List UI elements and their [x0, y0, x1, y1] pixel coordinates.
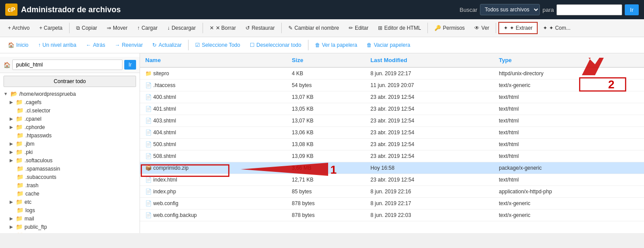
- tree-item[interactable]: ▼📂 /home/wordpressprueba: [0, 90, 140, 98]
- table-row[interactable]: 📄 401.shtml 13,05 KB 23 abr. 2019 12:54 …: [140, 103, 644, 115]
- delete-button[interactable]: ✕ ✕ Borrar: [205, 23, 241, 33]
- tree-item[interactable]: ▶📁 .pki: [0, 148, 140, 156]
- view-trash-button[interactable]: 🗑 Ver la papelera: [311, 40, 362, 50]
- new-file-button[interactable]: + Archivo: [4, 23, 34, 33]
- home-icon: 🏠: [8, 42, 14, 48]
- col-size-header[interactable]: Size: [287, 53, 365, 67]
- file-type-icon: 📁: [145, 70, 152, 77]
- toolbar-separator-3: [281, 23, 282, 33]
- tree-item-label: .jbm: [24, 141, 35, 147]
- search-input[interactable]: [556, 4, 622, 15]
- html-editor-button[interactable]: ⊞ Editor de HTML: [374, 23, 425, 33]
- app-title: Administrador de archivos: [21, 5, 121, 14]
- folder-icon: 📁: [16, 199, 23, 205]
- file-name-cell: 📄 500.shtml: [140, 139, 287, 150]
- tree-item[interactable]: ▶📁 etc: [0, 198, 140, 206]
- refresh-icon: ↻: [152, 42, 157, 48]
- table-row[interactable]: 📄 web.config 878 bytes 8 jun. 2019 22:17…: [140, 198, 644, 210]
- table-row[interactable]: 📄 403.shtml 13,07 KB 23 abr. 2019 12:54 …: [140, 115, 644, 127]
- new-folder-button[interactable]: + Carpeta: [35, 23, 67, 33]
- copy-button[interactable]: ⧉ Copiar: [72, 23, 102, 33]
- move-button[interactable]: ⇒ Mover: [102, 23, 132, 33]
- tree-toggle[interactable]: ▶: [10, 150, 13, 154]
- folder-icon: 📂: [10, 91, 18, 97]
- search-go-button[interactable]: Ir: [625, 4, 639, 15]
- col-type-header[interactable]: Type: [494, 53, 644, 67]
- table-row[interactable]: 📄 508.shtml 13,09 KB 23 abr. 2019 12:54 …: [140, 150, 644, 162]
- tree-item[interactable]: 📁 logs: [0, 206, 140, 214]
- folder-icon: 📁: [16, 157, 23, 164]
- toolbar: + Archivo + Carpeta ⧉ Copiar ⇒ Mover ↑ C…: [0, 19, 644, 37]
- restore-button[interactable]: ↺ Restaurar: [241, 23, 279, 33]
- deselect-all-button[interactable]: ☐ Deseleccionar todo: [245, 40, 306, 50]
- folder-icon: 📁: [16, 215, 23, 222]
- home-button[interactable]: 🏠 Inicio: [4, 40, 33, 50]
- tree-item[interactable]: 📁 .htpasswds: [0, 131, 140, 140]
- empty-trash-button[interactable]: 🗑 Vaciar papelera: [362, 40, 414, 50]
- top-bar: cP Administrador de archivos Buscar Todo…: [0, 0, 644, 19]
- file-name-cell: 📦 comprimido.zip: [140, 162, 287, 174]
- tree-item[interactable]: 📁 .trash: [0, 181, 140, 189]
- file-type-cell: text/x-generic: [494, 210, 644, 221]
- tree-item[interactable]: 📁 .subaccounts: [0, 173, 140, 181]
- rename-button[interactable]: ✎ Cambiar el nombre: [284, 23, 343, 33]
- table-row[interactable]: 📄 .htaccess 54 bytes 11 jun. 2019 20:07 …: [140, 80, 644, 91]
- file-table: Name Size Last Modified Type 📁 sitepro 4…: [140, 53, 644, 221]
- path-go-button[interactable]: Ir: [124, 60, 136, 70]
- tree-toggle[interactable]: ▶: [10, 141, 13, 146]
- table-row[interactable]: 📦 comprimido.zip 3,66 MB Hoy 16:58 packa…: [140, 162, 644, 174]
- compress-button[interactable]: ✦ ✦ Com...: [539, 23, 575, 33]
- tree-toggle[interactable]: ▶: [10, 199, 13, 204]
- table-row[interactable]: 📄 404.shtml 13,06 KB 23 abr. 2019 12:54 …: [140, 127, 644, 139]
- table-row[interactable]: 📁 sitepro 4 KB 8 jun. 2019 22:17 httpd/u…: [140, 67, 644, 80]
- file-name: 401.shtml: [153, 106, 176, 112]
- edit-button[interactable]: ✏ Editar: [344, 23, 373, 33]
- tree-toggle[interactable]: ▶: [10, 116, 13, 121]
- path-input[interactable]: [12, 59, 122, 70]
- tree-toggle[interactable]: ▶: [10, 224, 13, 229]
- tree-toggle[interactable]: ▶: [10, 100, 13, 105]
- tree-item[interactable]: ▶📁 .cphorde: [0, 123, 140, 131]
- tree-item[interactable]: ▶📁 mail: [0, 214, 140, 223]
- permissions-button[interactable]: 🔑 Permisos: [430, 23, 469, 33]
- tree-item[interactable]: 📁 .spamassassin: [0, 164, 140, 173]
- select-all-button[interactable]: ☑ Seleccione Todo: [191, 40, 245, 50]
- table-row[interactable]: 📄 index.html 12,71 KB 23 abr. 2019 12:54…: [140, 174, 644, 186]
- collapse-all-button[interactable]: Contraer todo: [4, 76, 136, 87]
- table-row[interactable]: 📄 web.config.backup 878 bytes 8 jun. 201…: [140, 210, 644, 221]
- search-scope-select[interactable]: Todos sus archivos: [480, 4, 540, 15]
- file-type-cell: httpd/unix-directory: [494, 67, 644, 80]
- table-row[interactable]: 📄 index.php 85 bytes 8 jun. 2019 22:16 a…: [140, 186, 644, 198]
- tree-toggle[interactable]: ▼: [10, 233, 14, 233]
- folder-icon: 📁: [17, 107, 24, 114]
- col-modified-header[interactable]: Last Modified: [365, 53, 494, 67]
- tree-toggle[interactable]: ▶: [10, 158, 13, 163]
- table-row[interactable]: 📄 500.shtml 13,08 KB 23 abr. 2019 12:54 …: [140, 139, 644, 150]
- tree-item[interactable]: 📁 cache: [0, 189, 140, 198]
- tree-item[interactable]: ▶📁 .cpanel: [0, 115, 140, 123]
- download-button[interactable]: ↓ Descargar: [163, 23, 200, 33]
- table-row[interactable]: 📄 400.shtml 13,07 KB 23 abr. 2019 12:54 …: [140, 91, 644, 103]
- file-type-icon: 📄: [145, 118, 152, 124]
- forward-button[interactable]: → Reenviar: [110, 40, 147, 50]
- tree-toggle[interactable]: ▶: [10, 216, 13, 221]
- tree-item[interactable]: ▶📁 .softaculous: [0, 156, 140, 164]
- view-button[interactable]: 👁 Ver: [470, 23, 494, 33]
- tree-item[interactable]: ▶📁 .cagefs: [0, 98, 140, 106]
- file-type-cell: text/html: [494, 115, 644, 127]
- extract-button[interactable]: ✦ ✦ Extraer: [498, 22, 538, 34]
- tree-item[interactable]: ▶📁 public_ftp: [0, 223, 140, 231]
- upload-button[interactable]: ↑ Cargar: [133, 23, 162, 33]
- col-name-header[interactable]: Name: [140, 53, 287, 67]
- up-level-button[interactable]: ↑ Un nivel arriba: [34, 40, 80, 50]
- tree-toggle[interactable]: ▼: [4, 91, 8, 96]
- file-type-icon: 📄: [145, 200, 152, 206]
- tree-item[interactable]: ▼📂 public_html: [0, 231, 140, 233]
- folder-icon: 📁: [16, 124, 23, 130]
- tree-toggle[interactable]: ▶: [10, 125, 13, 129]
- tree-item[interactable]: 📁 .cl.selector: [0, 106, 140, 115]
- tree-item[interactable]: ▶📁 .jbm: [0, 140, 140, 148]
- back-icon: ←: [86, 42, 91, 48]
- back-button[interactable]: ← Atrás: [81, 40, 109, 50]
- refresh-button[interactable]: ↻ Actualizar: [148, 40, 186, 50]
